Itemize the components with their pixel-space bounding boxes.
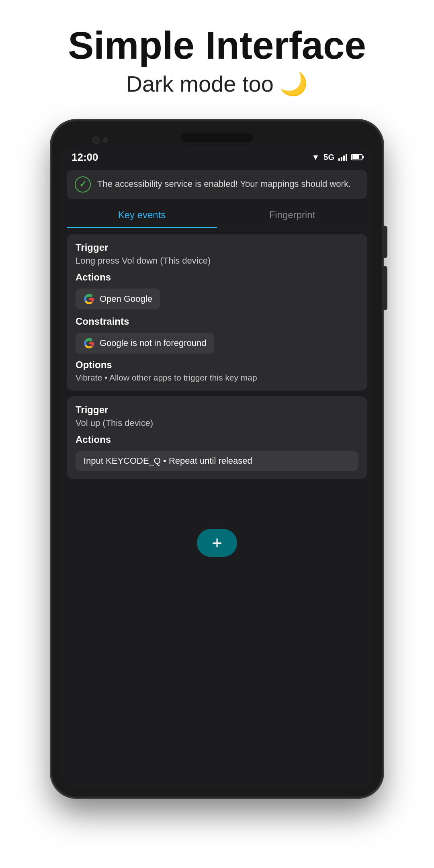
- open-google-button[interactable]: Open Google: [76, 289, 160, 309]
- signal-bar-2: [341, 157, 342, 161]
- volume-down-button[interactable]: [382, 266, 387, 310]
- mapping-card-2: Trigger Vol up (This device) Actions Inp…: [67, 396, 367, 479]
- add-icon: +: [212, 534, 222, 552]
- google-icon-constraint: [84, 338, 95, 349]
- input-keycode-button[interactable]: Input KEYCODE_Q • Repeat until released: [76, 451, 358, 471]
- google-icon: [84, 293, 95, 305]
- constraints-label-1: Constraints: [76, 316, 358, 327]
- camera-dot-right: [102, 137, 108, 143]
- signal-bars: [338, 154, 347, 161]
- actions-label-1: Actions: [76, 272, 358, 283]
- trigger-label-2: Trigger: [76, 404, 358, 416]
- page-subtitle: Dark mode too 🌙: [68, 71, 366, 97]
- tab-fingerprint[interactable]: Fingerprint: [217, 203, 367, 228]
- notification-text: The accessibility service is enabled! Yo…: [97, 178, 351, 190]
- fab-container: +: [60, 517, 374, 573]
- mapping-card-1: Trigger Long press Vol down (This device…: [67, 234, 367, 391]
- status-bar: 12:00 ▼ 5G: [60, 145, 374, 168]
- camera-notch: [181, 133, 253, 142]
- add-mapping-fab[interactable]: +: [197, 529, 237, 557]
- signal-bar-4: [346, 154, 347, 161]
- input-keycode-label: Input KEYCODE_Q • Repeat until released: [84, 456, 252, 466]
- phone-top-bar: [60, 129, 374, 145]
- status-time: 12:00: [72, 151, 98, 164]
- check-mark-icon: ✓: [79, 179, 86, 190]
- check-circle-icon: ✓: [75, 176, 91, 192]
- bottom-spacer: [60, 485, 374, 517]
- battery-fill: [352, 155, 359, 159]
- trigger-value-2: Vol up (This device): [76, 418, 358, 428]
- actions-label-2: Actions: [76, 434, 358, 445]
- phone-screen: 12:00 ▼ 5G ✓: [60, 145, 374, 788]
- volume-up-button[interactable]: [382, 226, 387, 258]
- signal-bar-1: [338, 158, 340, 161]
- options-value-1: Vibrate • Allow other apps to trigger th…: [76, 373, 358, 383]
- open-google-label: Open Google: [100, 294, 152, 304]
- google-not-foreground-label: Google is not in foreground: [100, 338, 206, 348]
- options-label-1: Options: [76, 359, 358, 371]
- trigger-label-1: Trigger: [76, 242, 358, 253]
- tabs-container: Key events Fingerprint: [67, 203, 367, 228]
- page-header: Simple Interface Dark mode too 🌙: [52, 0, 382, 113]
- camera-dot-left: [92, 137, 100, 144]
- signal-bar-3: [343, 156, 345, 161]
- battery-icon: [351, 154, 362, 160]
- network-type: 5G: [323, 153, 334, 162]
- google-not-foreground-button[interactable]: Google is not in foreground: [76, 333, 214, 354]
- trigger-value-1: Long press Vol down (This device): [76, 256, 358, 266]
- page-title: Simple Interface: [68, 24, 366, 67]
- status-icons: ▼ 5G: [312, 153, 362, 162]
- tab-key-events[interactable]: Key events: [67, 203, 217, 228]
- notification-bar: ✓ The accessibility service is enabled! …: [67, 170, 367, 199]
- wifi-icon: ▼: [312, 153, 320, 162]
- phone-frame: 12:00 ▼ 5G ✓: [52, 121, 382, 796]
